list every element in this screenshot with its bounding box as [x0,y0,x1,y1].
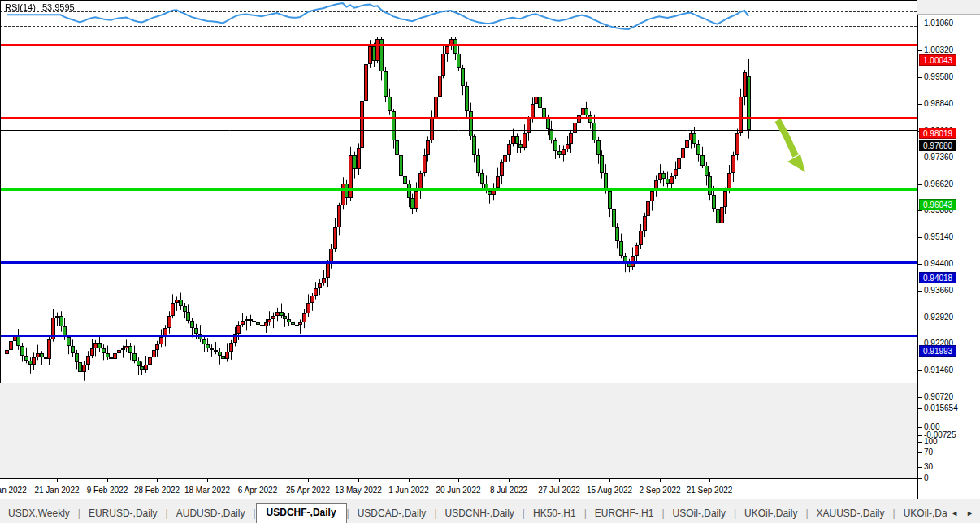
price-tick-label: 0.96620 [924,179,953,189]
tab-eurchf-h1[interactable]: EURCHF-,H1 [587,505,662,523]
tab-xauusd-daily[interactable]: XAUUSD-,Daily [809,505,893,523]
price-tag-resistance-lower: 0.98019 [919,128,956,139]
x-tickmark [660,479,661,482]
x-tickmark [308,479,309,482]
tab-scroll-buttons: ◄ ► [947,509,980,523]
x-tickmark [207,479,208,482]
rsi-tick-label: 30 [924,462,933,472]
tab-ukoil-da[interactable]: UKOil-,Da [895,505,948,523]
tab-scroll-right-icon[interactable]: ► [966,509,973,517]
tab-usdchf-daily[interactable]: USDCHF-,Daily [256,503,347,523]
x-tickmark [509,479,510,482]
rsi-value: 53.9595 [42,2,75,12]
price-tag-support-blue-upper: 0.94018 [919,272,956,283]
price-tag-support-green: 0.96043 [919,199,956,210]
x-tickmark [358,479,359,482]
price-tick-label: 0.97360 [924,153,953,162]
rsi-label: RSI(14) 53.9595 [5,2,75,12]
rsi-tick-label: 100 [924,437,938,447]
price-tick-label: 0.91460 [924,365,953,375]
price-tick-label: 0.94400 [924,259,953,269]
x-tickmark [609,479,610,482]
price-tick-label: 0.92920 [924,313,953,322]
price-tick-label: 0.93660 [924,286,953,296]
tab-usdcad-daily[interactable]: USDCAD-,Daily [349,505,435,523]
time-axis[interactable]: 3 Jan 202221 Jan 20229 Feb 202228 Feb 20… [0,478,917,499]
tab-eurusd-daily[interactable]: EURUSD-,Daily [80,505,166,523]
price-tick-label: 0.99580 [924,72,953,82]
tab-scroll-left-icon[interactable]: ◄ [951,509,958,517]
tab-ukoil-daily[interactable]: UKOil-,Daily [736,505,805,523]
x-tickmark [7,479,7,482]
price-tick-label: 0.98840 [924,99,953,109]
x-tickmark [458,479,459,482]
x-tickmark [258,479,258,482]
price-tick-label: 0.90720 [924,392,953,402]
price-tag-resistance-upper: 1.00043 [919,54,956,66]
tab-usoil-daily[interactable]: USOil-,Daily [665,505,734,523]
rsi-canvas[interactable] [0,0,917,37]
chart-tab-bar: USDX,Weekly|EURUSD-,Daily|AUDUSD-,Daily|… [0,499,980,523]
price-chart-canvas[interactable] [0,0,917,383]
price-tag-bid-price: 0.97680 [919,140,956,151]
x-tickmark [559,479,560,482]
price-chart-panel: ▼ USDCHF-,Daily 0.99164 0.99646 0.97450 … [0,0,917,383]
tab-audusd-daily[interactable]: AUDUSD-,Daily [168,505,254,523]
x-tickmark [709,479,710,482]
price-tag-support-blue-lower: 0.91993 [919,345,956,357]
terminal-window: 5M30H1H4D1W1MN ▼ USDCHF-,Daily 0.99164 0… [0,0,980,523]
date-label: 21 Sep 2022 [679,486,739,495]
x-tickmark [157,479,158,482]
rsi-name: RSI(14) [5,2,36,12]
rsi-tick-label: 0 [924,473,929,483]
price-tick-label: 1.00320 [924,45,953,55]
rsi-tick-label: 70 [924,447,933,457]
price-tick-label: 1.01060 [924,19,953,28]
x-tickmark [409,479,410,482]
x-tickmark [107,479,108,482]
macd-tick-label: 0.015654 [924,404,958,413]
chart-tabs: USDX,Weekly|EURUSD-,Daily|AUDUSD-,Daily|… [0,499,947,523]
tab-usdcnh-daily[interactable]: USDCNH-,Daily [437,505,523,523]
tab-usdx-weekly[interactable]: USDX,Weekly [0,505,78,523]
sell-signal-arrow-icon[interactable] [768,114,817,183]
tab-hk50-h1[interactable]: HK50-,H1 [525,505,584,523]
x-tickmark [57,479,58,482]
rsi-indicator-panel: RSI(14) 53.9595 [0,0,917,37]
price-tick-label: 0.95140 [924,232,953,242]
price-axis[interactable]: 1.010601.003200.995800.988400.981000.973… [917,15,980,499]
